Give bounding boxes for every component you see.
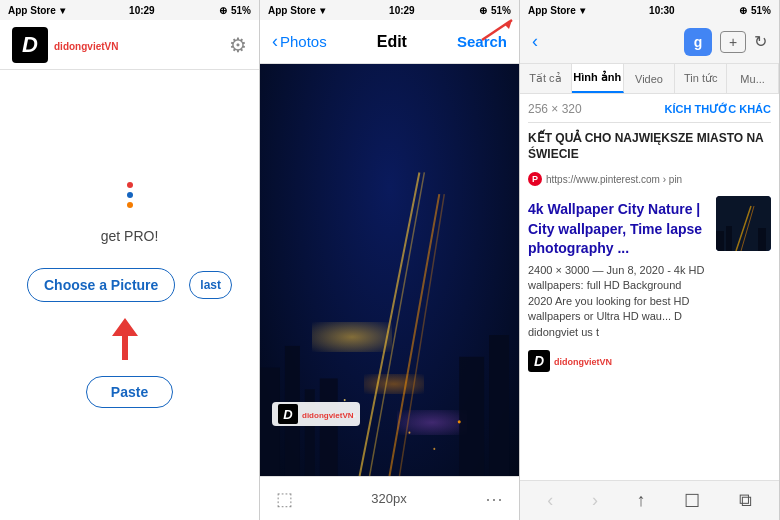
source-row: P https://www.pinterest.com › pin: [528, 172, 771, 186]
result-card: 4k Wallpaper City Nature | City wallpape…: [528, 196, 771, 340]
share-icon[interactable]: ↑: [636, 490, 645, 511]
camera-icon-3: ⊕: [739, 5, 747, 16]
get-pro-label: get PRO!: [101, 228, 159, 244]
result-card-title[interactable]: 4k Wallpaper City Nature | City wallpape…: [528, 200, 708, 259]
add-tab-icon[interactable]: +: [720, 31, 746, 53]
back-button-3[interactable]: ‹: [532, 31, 538, 52]
nav-bar-2: ‹ Photos Edit Search: [260, 20, 519, 64]
crop-icon[interactable]: ⬚: [276, 488, 293, 510]
result-text-column: 4k Wallpaper City Nature | City wallpape…: [528, 196, 708, 340]
dot-orange: [127, 202, 133, 208]
paste-button[interactable]: Paste: [86, 376, 173, 408]
nav-bar-3: ‹ g + ↻: [520, 20, 779, 64]
tab-news[interactable]: Tin tức: [675, 64, 727, 93]
svg-rect-22: [726, 226, 732, 251]
time-3: 10:30: [649, 5, 675, 16]
svg-line-1: [482, 20, 512, 40]
refresh-icon[interactable]: ↻: [754, 32, 767, 51]
screen3-search-results: 256 × 320 KÍCH THƯỚC KHÁC KẾT QUẢ CHO NA…: [520, 94, 779, 480]
screen3-bottom-bar: ‹ › ↑ ☐ ⧉: [520, 480, 779, 520]
edit-title: Edit: [377, 33, 407, 51]
size-dimensions: 256 × 320: [528, 102, 582, 116]
svg-rect-12: [320, 378, 338, 476]
arrow-indicator-area: [100, 314, 160, 364]
svg-point-15: [408, 432, 410, 434]
pinterest-icon: P: [528, 172, 542, 186]
photos-label: Photos: [280, 33, 327, 50]
svg-point-17: [458, 420, 461, 423]
svg-line-5: [390, 194, 440, 476]
logo-container-1: D didongvietVN: [12, 27, 118, 63]
wifi-icon-3: ▾: [580, 5, 585, 16]
bookmarks-icon[interactable]: ☐: [684, 490, 700, 512]
svg-rect-21: [716, 231, 724, 251]
svg-marker-0: [112, 318, 138, 360]
settings-icon-1[interactable]: ⚙: [229, 33, 247, 57]
app-store-label-1: App Store: [8, 5, 56, 16]
status-right-1: ⊕ 51%: [219, 5, 251, 16]
last-button[interactable]: last: [189, 271, 232, 299]
result-card-desc: 2400 × 3000 — Jun 8, 2020 - 4k HD wallpa…: [528, 263, 708, 340]
phone-screen-2: App Store ▾ 10:29 ⊕ 51% ‹ Photos Edit Se…: [260, 0, 520, 520]
nav-icons-right-3: g + ↻: [684, 28, 767, 56]
app-store-label-3: App Store: [528, 5, 576, 16]
logo-d-icon-1: D: [12, 27, 48, 63]
time-2: 10:29: [389, 5, 415, 16]
status-bar-3: App Store ▾ 10:30 ⊕ 51%: [520, 0, 779, 20]
status-left-3: App Store ▾: [528, 5, 585, 16]
tab-images[interactable]: Hình ảnh: [572, 64, 624, 93]
tab-bar-3: Tất cả Hình ảnh Video Tin tức Mu...: [520, 64, 779, 94]
tabs-icon[interactable]: ⧉: [739, 490, 752, 511]
status-bar-1: App Store ▾ 10:29 ⊕ 51%: [0, 0, 259, 20]
screen2-watermark: D didongvietVN: [272, 402, 360, 426]
back-nav-icon[interactable]: ‹: [547, 490, 553, 511]
phone-screen-1: App Store ▾ 10:29 ⊕ 51% D didongvietVN ⚙…: [0, 0, 260, 520]
svg-rect-23: [758, 228, 766, 251]
dots-decoration: [127, 182, 133, 208]
choose-picture-label: Choose a Picture: [44, 277, 158, 293]
search-area: Search: [457, 33, 507, 51]
photos-back-button[interactable]: ‹ Photos: [272, 31, 327, 52]
battery-1: 51%: [231, 5, 251, 16]
watermark-text-3: didongvietVN: [554, 354, 612, 368]
watermark-logo-d-2: D: [278, 404, 298, 424]
phone-screen-3: App Store ▾ 10:30 ⊕ 51% ‹ g + ↻ Tất cả H…: [520, 0, 780, 520]
logo-text-1: didongvietVN: [54, 34, 118, 55]
nav-bar-1: D didongvietVN ⚙: [0, 20, 259, 70]
more-options-icon[interactable]: ⋯: [485, 488, 503, 510]
google-icon[interactable]: g: [684, 28, 712, 56]
svg-line-3: [360, 172, 420, 476]
wifi-icon-2: ▾: [320, 5, 325, 16]
svg-point-13: [344, 399, 346, 401]
status-left-2: App Store ▾: [268, 5, 325, 16]
tab-video[interactable]: Video: [624, 64, 676, 93]
battery-3: 51%: [751, 5, 771, 16]
tab-all[interactable]: Tất cả: [520, 64, 572, 93]
svg-rect-11: [489, 335, 509, 476]
result-heading: KẾT QUẢ CHO NAJWIĘKSZE MIASTO NA ŚWIECIE: [528, 131, 771, 162]
forward-nav-icon[interactable]: ›: [592, 490, 598, 511]
screen2-bottom-bar: ⬚ 320px ⋯: [260, 476, 519, 520]
screen1-main-content: get PRO! Choose a Picture last Paste: [0, 70, 259, 520]
px-label: 320px: [371, 491, 406, 506]
paste-label: Paste: [111, 384, 148, 400]
screen3-watermark: D didongvietVN: [528, 350, 771, 372]
size-row: 256 × 320 KÍCH THƯỚC KHÁC: [528, 102, 771, 116]
choose-picture-button[interactable]: Choose a Picture: [27, 268, 175, 302]
tab-more[interactable]: Mu...: [727, 64, 779, 93]
other-sizes-link[interactable]: KÍCH THƯỚC KHÁC: [665, 103, 771, 116]
camera-icon-1: ⊕: [219, 5, 227, 16]
chevron-left-icon-2: ‹: [272, 31, 278, 52]
status-right-3: ⊕ 51%: [739, 5, 771, 16]
thumbnail-city-svg: [716, 196, 771, 251]
app-store-label-2: App Store: [268, 5, 316, 16]
divider-1: [528, 122, 771, 123]
result-thumbnail[interactable]: [716, 196, 771, 251]
wifi-icon-1: ▾: [60, 5, 65, 16]
buttons-area: Choose a Picture last Paste: [20, 268, 239, 408]
search-arrow-indicator: [477, 15, 517, 49]
svg-rect-10: [459, 357, 484, 476]
source-url: https://www.pinterest.com › pin: [546, 174, 682, 185]
red-up-arrow-icon: [100, 314, 150, 364]
dot-blue: [127, 192, 133, 198]
